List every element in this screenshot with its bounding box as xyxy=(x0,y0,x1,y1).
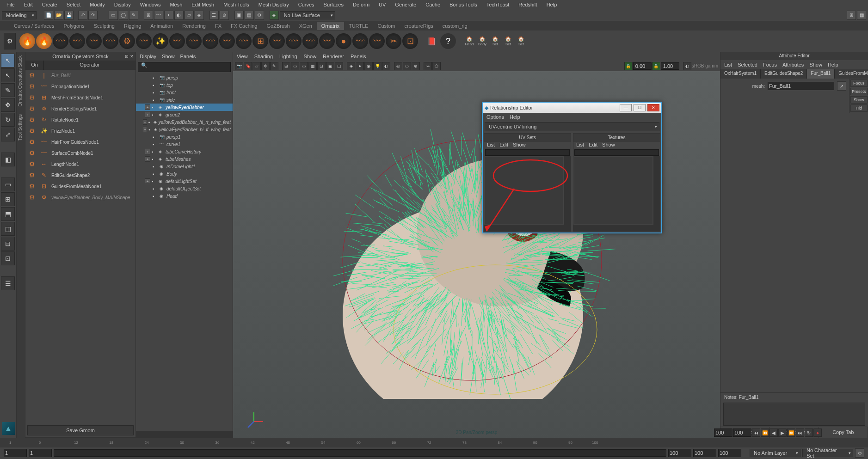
vp-smooth-icon[interactable]: ● xyxy=(356,62,364,70)
menu-select[interactable]: Select xyxy=(62,0,86,9)
attr-menu-attributes[interactable]: Attributes xyxy=(782,62,804,67)
attr-menu-selected[interactable]: Selected xyxy=(738,62,757,67)
shelf-tab-ornatrix[interactable]: Ornatrix xyxy=(317,22,344,30)
tree-row[interactable]: +▪◈group2 xyxy=(136,111,233,118)
shelf-hair-icon-10[interactable]: 〰 xyxy=(186,33,202,49)
outliner-toggle[interactable]: ☰ xyxy=(1,276,15,290)
textures-scrollbar-h[interactable] xyxy=(573,225,660,231)
home-set[interactable]: 🏠Set xyxy=(502,33,514,49)
home-set[interactable]: 🏠Set xyxy=(515,33,527,49)
play-fwd-button[interactable]: ▶ xyxy=(778,428,787,437)
attr-tab-guidesfrommes[interactable]: GuidesFromMes xyxy=(835,69,868,79)
shelf-hair-icon-18[interactable]: 〰 xyxy=(319,33,335,49)
cur-frame-1[interactable] xyxy=(714,428,733,437)
tree-row[interactable]: +▪◈tubeCurveHistory xyxy=(136,148,233,155)
menu-display[interactable]: Display xyxy=(110,0,135,9)
attr-mesh-field[interactable] xyxy=(768,82,834,90)
layout-four[interactable]: ⊞ xyxy=(1,192,15,206)
playback-end-field[interactable] xyxy=(668,449,691,457)
vp-select-cam-icon[interactable]: 📷 xyxy=(235,62,243,70)
shelf-tab-curves---surfaces[interactable]: Curves / Surfaces xyxy=(9,22,59,30)
rel-titlebar[interactable]: ◆ Relationship Editor — ☐ ✕ xyxy=(483,103,661,113)
uv-sets-filter[interactable] xyxy=(485,149,570,156)
tree-row[interactable]: ▪📷persp1 xyxy=(136,133,233,141)
menu-generate[interactable]: Generate xyxy=(390,0,421,9)
menu-create[interactable]: Create xyxy=(37,0,62,9)
paint-select-tool[interactable]: ✎ xyxy=(1,83,15,97)
stack-row[interactable]: ⚙⊞MeshFromStrandsNode1 xyxy=(25,92,135,103)
attr-btn-copy-tab[interactable]: Copy Tab xyxy=(819,427,868,438)
vp-deformers-icon[interactable]: ⬡ xyxy=(432,62,441,70)
stack-row[interactable]: ⚙⊡GuidesFromMeshNode1 xyxy=(25,181,135,192)
vp-image-plane-icon[interactable]: ▱ xyxy=(252,62,261,70)
layout-two-h[interactable]: ⬒ xyxy=(1,207,15,221)
snap-point-icon[interactable]: • xyxy=(164,11,173,20)
attr-tab-fur_ball1[interactable]: Fur_Ball1 xyxy=(807,69,835,79)
attr-tab-editguidesshape2[interactable]: EditGuidesShape2 xyxy=(761,69,807,79)
step-fwd-button[interactable]: ⏩ xyxy=(787,428,795,437)
menu-mesh-display[interactable]: Mesh Display xyxy=(254,0,294,9)
layout-icon[interactable]: ⊞ xyxy=(847,11,856,20)
menu-redshift[interactable]: Redshift xyxy=(514,0,542,9)
tex-menu-list[interactable]: List xyxy=(576,142,584,149)
tex-menu-show[interactable]: Show xyxy=(602,142,615,149)
menu-surfaces[interactable]: Surfaces xyxy=(319,0,348,9)
stack-row[interactable]: ⚙〰SurfaceCombNode1 xyxy=(25,147,135,159)
range-start-field[interactable] xyxy=(4,449,27,457)
save-scene-icon[interactable]: 💾 xyxy=(64,11,74,20)
vp-motion-trail-icon[interactable]: ↝ xyxy=(424,62,432,70)
attr-side-presets[interactable]: Presets xyxy=(850,88,868,95)
textures-filter[interactable] xyxy=(574,149,659,156)
shelf-tab-gozbrush[interactable]: GoZBrush xyxy=(262,22,295,30)
maximize-button[interactable]: ☐ xyxy=(634,104,646,111)
tree-row[interactable]: +▪◈yellowEyedBabber xyxy=(136,104,233,111)
stack-row[interactable]: ⚙✎EditGuidesShape2 xyxy=(25,170,135,181)
tree-row[interactable]: ▪◉defaultObjectSet xyxy=(136,185,233,192)
shelf-hair-icon-4[interactable]: 〰 xyxy=(86,33,102,49)
shelf-hair-icon-5[interactable]: 〰 xyxy=(103,33,118,49)
uv-menu-edit[interactable]: Edit xyxy=(499,142,508,149)
cur-frame-2[interactable] xyxy=(733,428,751,437)
vp-gamma-field[interactable]: 1.00 xyxy=(661,62,679,70)
minimize-button[interactable]: — xyxy=(620,104,632,111)
tree-row[interactable]: ▪◉rsDomeLight1 xyxy=(136,163,233,170)
close-button[interactable]: ✕ xyxy=(647,104,659,111)
menu-file[interactable]: File xyxy=(2,0,19,9)
ornatrix-stack-tab[interactable]: Ornatrix Operators Stack xyxy=(17,52,25,110)
vp-grease-icon[interactable]: ✎ xyxy=(270,62,278,70)
go-end-button[interactable]: ⏭ xyxy=(796,428,804,437)
shelf-tab-custom[interactable]: Custom xyxy=(373,22,400,30)
range-end-field[interactable] xyxy=(693,449,716,457)
attr-menu-focus[interactable]: Focus xyxy=(763,62,777,67)
tool-settings-tab[interactable]: Tool Settings xyxy=(17,110,25,144)
shelf-tab-sculpting[interactable]: Sculpting xyxy=(89,22,119,30)
vp-safe-action-icon[interactable]: ▣ xyxy=(326,62,334,70)
shelf-hair-icon-1[interactable]: 🔥 xyxy=(36,33,52,49)
textures-list[interactable] xyxy=(574,157,653,224)
home-set[interactable]: 🏠Set xyxy=(489,33,501,49)
last-tool[interactable]: ◧ xyxy=(1,153,15,166)
character-set-dropdown[interactable]: No Character Set xyxy=(802,449,853,457)
shelf-hair-icon-19[interactable]: ● xyxy=(336,33,351,49)
scale-tool[interactable]: ⤢ xyxy=(1,128,15,141)
live-surface-icon[interactable]: ◈ xyxy=(270,11,279,20)
tree-row[interactable]: ▪◉Head xyxy=(136,192,233,200)
outliner-menu-display[interactable]: Display xyxy=(140,54,156,59)
attr-tab-oxhairsystem1[interactable]: OxHairSystem1 xyxy=(720,69,761,79)
vp-2d-pan-icon[interactable]: ✥ xyxy=(261,62,270,70)
vp-field-chart-icon[interactable]: ⊡ xyxy=(317,62,326,70)
attr-menu-list[interactable]: List xyxy=(724,62,732,67)
vp-lights-icon[interactable]: 💡 xyxy=(373,62,382,70)
vp-shadows-icon[interactable]: ◐ xyxy=(382,62,390,70)
vp-menu-show[interactable]: Show xyxy=(304,54,317,59)
rel-menu-help[interactable]: Help xyxy=(510,114,520,120)
stack-row[interactable]: ⚙✨FrizzNode1 xyxy=(25,125,135,136)
attr-mesh-nav-icon[interactable]: ↗ xyxy=(837,81,846,91)
shelf-editor-icon[interactable]: ⚙ xyxy=(4,33,16,49)
menu-curves[interactable]: Curves xyxy=(294,0,319,9)
attr-side-hid[interactable]: Hid xyxy=(850,104,868,112)
shelf-book-icon[interactable]: 📕 xyxy=(424,33,439,49)
shelf-hair-icon-13[interactable]: 〰 xyxy=(236,33,252,49)
ornatrix-close-icon[interactable]: ⊡ ✕ xyxy=(125,54,134,59)
tree-row[interactable]: +▪◈yellowEyedBabber_hi_rt_wing_feat xyxy=(136,118,233,126)
